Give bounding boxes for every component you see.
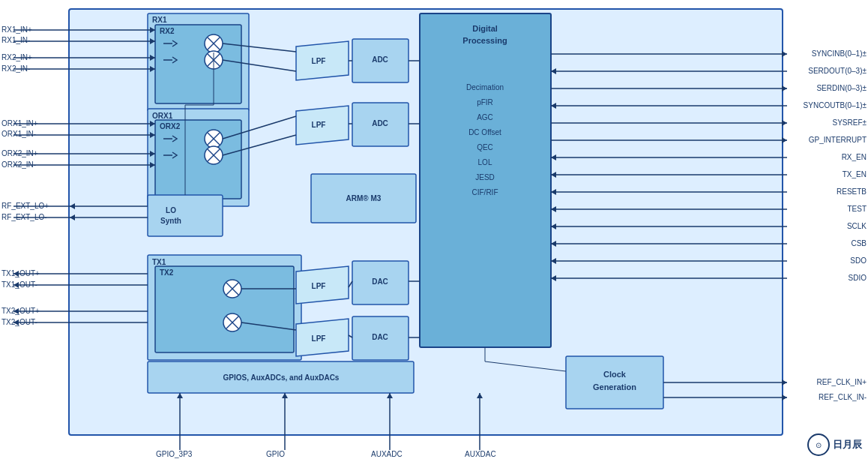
- svg-marker-147: [177, 393, 183, 398]
- svg-line-20: [208, 133, 220, 145]
- label-orx1-inn: ORX1_IN-: [1, 129, 36, 138]
- svg-rect-46: [311, 174, 416, 223]
- svg-marker-80: [150, 55, 155, 61]
- svg-text:RX1: RX1: [152, 16, 167, 24]
- svg-line-172: [485, 362, 566, 371]
- svg-text:DAC: DAC: [372, 278, 388, 286]
- svg-point-35: [223, 314, 241, 332]
- label-ref-clk-inn: REF_CLK_IN-: [819, 392, 867, 401]
- svg-line-24: [208, 149, 220, 161]
- svg-rect-69: [566, 356, 663, 409]
- diagram-svg: RX1 RX2 ORX1 ORX2: [0, 0, 868, 462]
- svg-text:Digital: Digital: [472, 24, 498, 33]
- svg-text:Clock: Clock: [603, 370, 627, 379]
- svg-text:QEC: QEC: [477, 143, 493, 152]
- svg-marker-52: [296, 319, 349, 356]
- label-rf-ext-lon: RF_EXT_LO-: [1, 212, 47, 221]
- label-auxdac: AUXDAC: [465, 449, 496, 458]
- label-rx2-inn: RX2_IN-: [1, 64, 30, 73]
- svg-line-11: [208, 54, 220, 66]
- svg-marker-117: [551, 68, 556, 74]
- svg-marker-133: [551, 206, 556, 212]
- svg-text:Synth: Synth: [160, 217, 181, 225]
- svg-line-12: [208, 54, 220, 66]
- svg-text:DC Offset: DC Offset: [468, 128, 501, 136]
- logo-circle: ⊙: [807, 434, 830, 456]
- svg-text:ADC: ADC: [372, 119, 388, 128]
- label-rx-en: RX_EN: [842, 152, 867, 161]
- svg-rect-44: [352, 103, 409, 146]
- svg-text:TX2: TX2: [160, 268, 174, 277]
- label-orx2-inp: ORX2_IN+: [1, 148, 38, 158]
- svg-point-10: [205, 51, 223, 69]
- label-ref-clk-inp: REF_CLK_IN+: [817, 377, 867, 386]
- svg-marker-42: [296, 106, 349, 145]
- svg-text:JESD: JESD: [475, 173, 495, 182]
- svg-marker-77: [150, 38, 155, 44]
- label-tx1-out1p: TX1_OUT+: [1, 268, 40, 278]
- svg-text:LOL: LOL: [478, 158, 492, 166]
- diagram-container: RX1 RX2 ORX1 ORX2: [0, 0, 868, 462]
- svg-line-156: [223, 116, 296, 139]
- svg-marker-119: [782, 86, 787, 92]
- svg-rect-67: [148, 362, 414, 393]
- svg-marker-74: [150, 27, 155, 33]
- svg-text:LPF: LPF: [312, 334, 326, 343]
- svg-rect-28: [148, 255, 301, 360]
- svg-marker-127: [551, 154, 556, 160]
- label-sclk: SCLK: [847, 221, 867, 230]
- svg-marker-143: [782, 380, 787, 386]
- label-csb: CSB: [851, 238, 867, 248]
- svg-marker-92: [150, 151, 155, 157]
- svg-text:Generation: Generation: [593, 382, 636, 392]
- svg-marker-141: [551, 275, 556, 281]
- label-serdout: SERDOUT(0–3)±: [808, 66, 867, 75]
- svg-marker-115: [782, 51, 787, 57]
- label-orx1-inp: ORX1_IN+: [1, 118, 38, 128]
- svg-rect-3: [155, 25, 241, 104]
- svg-point-22: [205, 146, 223, 164]
- svg-text:LPF: LPF: [312, 121, 326, 129]
- svg-marker-101: [70, 214, 75, 220]
- label-gp-interrupt: GP_INTERRUPT: [809, 135, 867, 144]
- svg-rect-56: [420, 14, 551, 347]
- svg-point-19: [205, 130, 223, 148]
- svg-marker-135: [551, 224, 556, 230]
- label-rf-ext-lop: RF_EXT_LO+: [1, 201, 49, 210]
- logo-text: 日月辰: [833, 438, 862, 452]
- label-auxadc: AUXADC: [371, 449, 403, 458]
- label-orx2-inn: ORX2_IN-: [1, 160, 36, 169]
- svg-marker-123: [782, 120, 787, 126]
- label-rx1-inp: RX1_IN+: [1, 25, 32, 34]
- svg-marker-145: [782, 394, 787, 400]
- svg-marker-95: [150, 162, 155, 168]
- svg-marker-98: [70, 203, 75, 209]
- svg-line-154: [223, 44, 296, 52]
- label-sdo: SDO: [850, 256, 867, 265]
- svg-text:CIF/RIF: CIF/RIF: [472, 188, 498, 196]
- svg-text:LO: LO: [166, 206, 176, 214]
- svg-rect-1: [148, 14, 249, 111]
- svg-text:pFIR: pFIR: [477, 98, 493, 106]
- svg-line-33: [226, 283, 238, 295]
- svg-point-32: [223, 280, 241, 298]
- label-rx1-inn: RX1_IN-: [1, 35, 30, 44]
- svg-line-9: [208, 38, 220, 50]
- svg-marker-131: [551, 189, 556, 195]
- svg-marker-86: [150, 121, 155, 127]
- svg-text:LPF: LPF: [312, 282, 326, 290]
- svg-text:ADC: ADC: [372, 56, 388, 64]
- svg-line-8: [208, 38, 220, 50]
- label-serdin: SERDIN(0–3)±: [816, 83, 867, 92]
- label-syncoutb: SYNCOUTB(0–1)±: [804, 100, 867, 110]
- svg-marker-137: [551, 241, 556, 247]
- label-gpio-3p3: GPIO_3P3: [156, 449, 192, 458]
- svg-line-157: [223, 135, 296, 155]
- svg-marker-151: [387, 393, 393, 398]
- logo: ⊙ 日月辰: [807, 434, 862, 456]
- svg-marker-149: [282, 393, 288, 398]
- svg-marker-139: [551, 258, 556, 264]
- label-sdio: SDIO: [849, 273, 867, 282]
- label-sysref: SYSREF±: [833, 118, 867, 127]
- svg-marker-38: [296, 41, 349, 80]
